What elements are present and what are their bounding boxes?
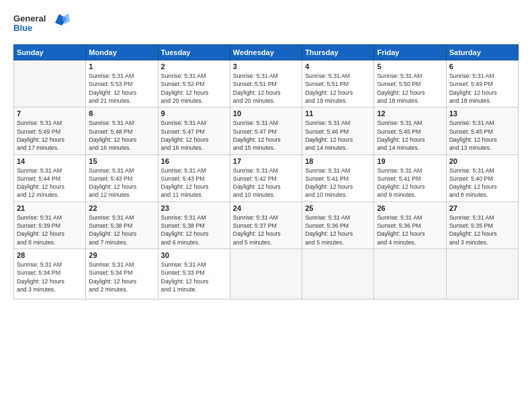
day-info: Sunrise: 5:31 AMSunset: 5:41 PMDaylight:…	[377, 167, 443, 199]
calendar-cell: 6Sunrise: 5:31 AMSunset: 5:49 PMDaylight…	[446, 60, 518, 107]
weekday-saturday: Saturday	[446, 45, 518, 60]
calendar-cell: 21Sunrise: 5:31 AMSunset: 5:39 PMDayligh…	[14, 201, 86, 248]
calendar-cell: 29Sunrise: 5:31 AMSunset: 5:34 PMDayligh…	[86, 249, 158, 300]
calendar-cell: 15Sunrise: 5:31 AMSunset: 5:43 PMDayligh…	[86, 154, 158, 201]
calendar-cell: 5Sunrise: 5:31 AMSunset: 5:50 PMDaylight…	[374, 60, 446, 107]
calendar-cell: 26Sunrise: 5:31 AMSunset: 5:36 PMDayligh…	[374, 201, 446, 248]
calendar-cell: 11Sunrise: 5:31 AMSunset: 5:46 PMDayligh…	[302, 107, 374, 154]
day-number: 18	[305, 157, 371, 165]
day-number: 10	[233, 109, 299, 118]
calendar-cell: 10Sunrise: 5:31 AMSunset: 5:47 PMDayligh…	[230, 107, 302, 154]
day-number: 27	[449, 204, 515, 212]
day-number: 3	[233, 62, 299, 71]
calendar-cell: 24Sunrise: 5:31 AMSunset: 5:37 PMDayligh…	[230, 201, 302, 248]
day-number: 12	[377, 109, 443, 118]
calendar-cell: 22Sunrise: 5:31 AMSunset: 5:38 PMDayligh…	[86, 201, 158, 248]
calendar-cell: 16Sunrise: 5:31 AMSunset: 5:43 PMDayligh…	[158, 154, 230, 201]
calendar-cell: 4Sunrise: 5:31 AMSunset: 5:51 PMDaylight…	[302, 60, 374, 107]
day-info: Sunrise: 5:31 AMSunset: 5:36 PMDaylight:…	[377, 214, 443, 246]
calendar-cell: 27Sunrise: 5:31 AMSunset: 5:35 PMDayligh…	[446, 201, 518, 248]
day-info: Sunrise: 5:31 AMSunset: 5:50 PMDaylight:…	[377, 72, 443, 105]
day-number: 15	[89, 157, 154, 165]
day-number: 2	[161, 62, 227, 71]
week-row-4: 21Sunrise: 5:31 AMSunset: 5:39 PMDayligh…	[14, 201, 519, 248]
day-info: Sunrise: 5:31 AMSunset: 5:40 PMDaylight:…	[449, 167, 515, 199]
week-row-3: 14Sunrise: 5:31 AMSunset: 5:44 PMDayligh…	[14, 154, 519, 201]
calendar-cell: 9Sunrise: 5:31 AMSunset: 5:47 PMDaylight…	[158, 107, 230, 154]
calendar-cell	[446, 249, 518, 300]
day-info: Sunrise: 5:31 AMSunset: 5:47 PMDaylight:…	[161, 119, 227, 152]
day-number: 21	[17, 204, 83, 212]
day-number: 11	[305, 109, 371, 118]
day-number: 28	[17, 251, 83, 259]
weekday-wednesday: Wednesday	[230, 45, 302, 60]
page-header: General Blue	[13, 11, 519, 38]
calendar-cell: 1Sunrise: 5:31 AMSunset: 5:53 PMDaylight…	[86, 60, 158, 107]
day-info: Sunrise: 5:31 AMSunset: 5:48 PMDaylight:…	[89, 119, 154, 152]
day-number: 25	[305, 204, 371, 212]
calendar-cell: 8Sunrise: 5:31 AMSunset: 5:48 PMDaylight…	[86, 107, 158, 154]
calendar-cell: 7Sunrise: 5:31 AMSunset: 5:49 PMDaylight…	[14, 107, 86, 154]
day-number: 16	[161, 157, 227, 165]
calendar-cell: 19Sunrise: 5:31 AMSunset: 5:41 PMDayligh…	[374, 154, 446, 201]
day-number: 13	[449, 109, 515, 118]
day-info: Sunrise: 5:31 AMSunset: 5:52 PMDaylight:…	[161, 72, 227, 105]
day-number: 8	[89, 109, 154, 118]
day-info: Sunrise: 5:31 AMSunset: 5:49 PMDaylight:…	[449, 72, 515, 105]
day-info: Sunrise: 5:31 AMSunset: 5:41 PMDaylight:…	[305, 167, 371, 199]
day-number: 22	[89, 204, 154, 212]
calendar-cell: 30Sunrise: 5:31 AMSunset: 5:33 PMDayligh…	[158, 249, 230, 300]
weekday-tuesday: Tuesday	[158, 45, 230, 60]
weekday-monday: Monday	[86, 45, 158, 60]
svg-text:General: General	[13, 13, 46, 24]
day-number: 24	[233, 204, 299, 212]
day-info: Sunrise: 5:31 AMSunset: 5:53 PMDaylight:…	[89, 72, 154, 105]
calendar-cell: 28Sunrise: 5:31 AMSunset: 5:34 PMDayligh…	[14, 249, 86, 300]
day-number: 14	[17, 157, 83, 165]
calendar-cell	[302, 249, 374, 300]
day-number: 23	[161, 204, 227, 212]
calendar-cell	[374, 249, 446, 300]
weekday-header-row: SundayMondayTuesdayWednesdayThursdayFrid…	[14, 45, 519, 60]
day-number: 4	[305, 62, 371, 71]
day-info: Sunrise: 5:31 AMSunset: 5:44 PMDaylight:…	[17, 167, 83, 199]
day-info: Sunrise: 5:31 AMSunset: 5:38 PMDaylight:…	[89, 214, 154, 246]
day-info: Sunrise: 5:31 AMSunset: 5:35 PMDaylight:…	[449, 214, 515, 246]
week-row-5: 28Sunrise: 5:31 AMSunset: 5:34 PMDayligh…	[14, 249, 519, 300]
day-info: Sunrise: 5:31 AMSunset: 5:34 PMDaylight:…	[89, 261, 154, 293]
day-info: Sunrise: 5:31 AMSunset: 5:42 PMDaylight:…	[233, 167, 299, 199]
calendar-table: SundayMondayTuesdayWednesdayThursdayFrid…	[13, 44, 519, 300]
calendar-cell: 14Sunrise: 5:31 AMSunset: 5:44 PMDayligh…	[14, 154, 86, 201]
day-number: 7	[17, 109, 83, 118]
week-row-1: 1Sunrise: 5:31 AMSunset: 5:53 PMDaylight…	[14, 60, 519, 107]
calendar-cell	[14, 60, 86, 107]
day-info: Sunrise: 5:31 AMSunset: 5:46 PMDaylight:…	[305, 119, 371, 152]
day-info: Sunrise: 5:31 AMSunset: 5:38 PMDaylight:…	[161, 214, 227, 246]
calendar-cell: 23Sunrise: 5:31 AMSunset: 5:38 PMDayligh…	[158, 201, 230, 248]
calendar-cell: 13Sunrise: 5:31 AMSunset: 5:45 PMDayligh…	[446, 107, 518, 154]
calendar-cell: 20Sunrise: 5:31 AMSunset: 5:40 PMDayligh…	[446, 154, 518, 201]
day-number: 20	[449, 157, 515, 165]
day-number: 30	[161, 251, 227, 259]
day-number: 17	[233, 157, 299, 165]
day-info: Sunrise: 5:31 AMSunset: 5:49 PMDaylight:…	[17, 119, 83, 152]
day-info: Sunrise: 5:31 AMSunset: 5:47 PMDaylight:…	[233, 119, 299, 152]
calendar-cell: 25Sunrise: 5:31 AMSunset: 5:36 PMDayligh…	[302, 201, 374, 248]
day-info: Sunrise: 5:31 AMSunset: 5:37 PMDaylight:…	[233, 214, 299, 246]
day-number: 29	[89, 251, 154, 259]
day-info: Sunrise: 5:31 AMSunset: 5:51 PMDaylight:…	[233, 72, 299, 105]
day-number: 5	[377, 62, 443, 71]
weekday-sunday: Sunday	[14, 45, 86, 60]
day-info: Sunrise: 5:31 AMSunset: 5:36 PMDaylight:…	[305, 214, 371, 246]
day-number: 6	[449, 62, 515, 71]
day-info: Sunrise: 5:31 AMSunset: 5:45 PMDaylight:…	[377, 119, 443, 152]
calendar-cell: 18Sunrise: 5:31 AMSunset: 5:41 PMDayligh…	[302, 154, 374, 201]
day-info: Sunrise: 5:31 AMSunset: 5:45 PMDaylight:…	[449, 119, 515, 152]
day-info: Sunrise: 5:31 AMSunset: 5:39 PMDaylight:…	[17, 214, 83, 246]
day-number: 1	[89, 62, 154, 71]
day-info: Sunrise: 5:31 AMSunset: 5:33 PMDaylight:…	[161, 261, 227, 293]
day-number: 9	[161, 109, 227, 118]
calendar-cell: 12Sunrise: 5:31 AMSunset: 5:45 PMDayligh…	[374, 107, 446, 154]
logo-svg: General Blue	[13, 11, 74, 38]
day-number: 26	[377, 204, 443, 212]
